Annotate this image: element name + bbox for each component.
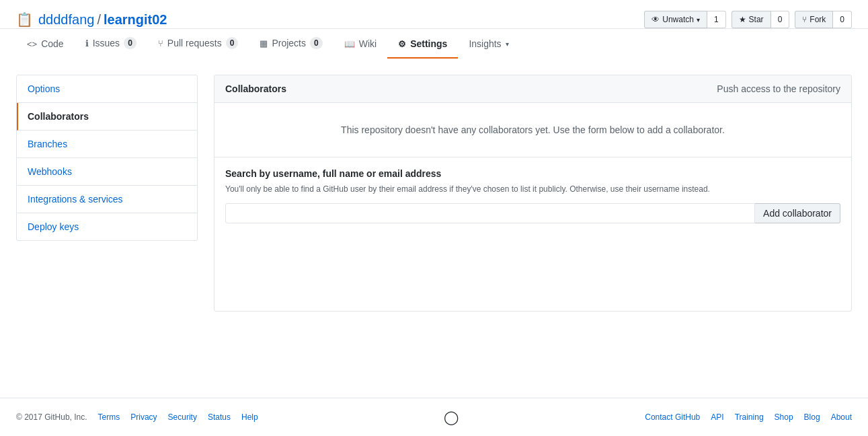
repo-actions: 👁 Unwatch ▾ 1 ★ Star 0 ⑂ Fork 0 (639, 11, 852, 28)
empty-state: This repository doesn't have any collabo… (214, 103, 851, 157)
insights-chevron-icon: ▾ (506, 40, 509, 48)
tab-wiki-label: Wiki (359, 38, 377, 49)
panel-subtitle: Push access to the repository (717, 83, 840, 94)
tab-code[interactable]: <> Code (16, 30, 75, 59)
footer-link-contact-github[interactable]: Contact GitHub (645, 412, 700, 422)
spacer (0, 328, 868, 398)
footer: © 2017 GitHub, Inc. Terms Privacy Securi… (0, 398, 868, 436)
repo-icon: 📋 (16, 11, 33, 28)
fork-count: 0 (833, 11, 852, 28)
tab-code-label: Code (41, 38, 63, 49)
fork-group: ⑂ Fork 0 (795, 11, 852, 28)
projects-badge: 0 (310, 37, 323, 49)
watch-label: Unwatch (662, 15, 694, 24)
projects-icon: ▦ (260, 38, 268, 48)
star-count: 0 (771, 11, 790, 28)
footer-link-blog[interactable]: Blog (804, 412, 820, 422)
panel-header: Collaborators Push access to the reposit… (214, 75, 851, 103)
issues-icon: ℹ (85, 38, 89, 48)
footer-link-help[interactable]: Help (241, 412, 258, 422)
tab-projects[interactable]: ▦ Projects 0 (249, 29, 333, 59)
footer-link-security[interactable]: Security (168, 412, 197, 422)
star-icon: ★ (739, 15, 746, 24)
add-collaborator-button[interactable]: Add collaborator (755, 203, 840, 223)
footer-link-privacy[interactable]: Privacy (130, 412, 157, 422)
footer-link-terms[interactable]: Terms (98, 412, 120, 422)
footer-link-training[interactable]: Training (735, 412, 764, 422)
star-label: Star (749, 15, 764, 24)
pull-requests-badge: 0 (226, 37, 239, 49)
watch-icon: 👁 (652, 15, 660, 24)
repo-separator: / (97, 12, 101, 28)
tab-settings-label: Settings (410, 38, 447, 49)
tab-settings[interactable]: ⚙ Settings (387, 30, 458, 59)
tab-wiki[interactable]: 📖 Wiki (333, 30, 387, 59)
fork-icon: ⑂ (802, 15, 807, 24)
tab-issues[interactable]: ℹ Issues 0 (75, 29, 147, 59)
copyright: © 2017 GitHub, Inc. (16, 412, 87, 422)
github-logo-icon: ◯ (444, 409, 459, 425)
issues-badge: 0 (124, 37, 136, 49)
watch-count: 1 (707, 11, 726, 28)
footer-link-about[interactable]: About (831, 412, 852, 422)
panel-title: Collaborators (225, 83, 286, 94)
tab-pull-requests[interactable]: ⑂ Pull requests 0 (147, 29, 249, 59)
settings-sidebar: Options Collaborators Branches Webhooks … (16, 75, 198, 241)
collaborators-panel: Collaborators Push access to the reposit… (214, 75, 852, 312)
code-icon: <> (27, 39, 37, 49)
sidebar-item-options[interactable]: Options (17, 75, 197, 103)
sidebar-item-integrations[interactable]: Integrations & services (17, 186, 197, 213)
search-row: Add collaborator (225, 203, 840, 223)
collaborator-search-input[interactable] (225, 203, 755, 223)
repo-header: 📋 ddddfang / learngit02 👁 Unwatch ▾ 1 ★ … (0, 0, 868, 29)
footer-link-shop[interactable]: Shop (775, 412, 793, 422)
sidebar-item-collaborators[interactable]: Collaborators (17, 103, 197, 131)
footer-link-status[interactable]: Status (208, 412, 231, 422)
star-group: ★ Star 0 (732, 11, 790, 28)
repo-owner-link[interactable]: ddddfang (38, 12, 94, 28)
watch-chevron-icon: ▾ (697, 16, 700, 24)
search-label: Search by username, full name or email a… (225, 168, 840, 179)
settings-icon: ⚙ (398, 39, 406, 49)
search-section: Search by username, full name or email a… (214, 157, 851, 234)
footer-link-api[interactable]: API (711, 412, 723, 422)
tab-issues-label: Issues (93, 38, 120, 48)
wiki-icon: 📖 (344, 39, 355, 49)
repo-name-link[interactable]: learngit02 (104, 12, 167, 28)
search-description: You'll only be able to find a GitHub use… (225, 183, 840, 195)
tab-pull-requests-label: Pull requests (167, 38, 222, 48)
watch-button[interactable]: 👁 Unwatch ▾ (644, 11, 707, 28)
repo-title: 📋 ddddfang / learngit02 (16, 11, 167, 28)
footer-right: Contact GitHub API Training Shop Blog Ab… (645, 412, 852, 422)
footer-center: ◯ (444, 409, 459, 425)
sidebar-item-webhooks[interactable]: Webhooks (17, 158, 197, 186)
tab-insights-label: Insights (469, 38, 501, 49)
sidebar-item-branches[interactable]: Branches (17, 131, 197, 158)
tab-insights[interactable]: Insights ▾ (458, 30, 519, 59)
sidebar-item-deploy-keys[interactable]: Deploy keys (17, 213, 197, 240)
tab-projects-label: Projects (272, 38, 306, 48)
pull-requests-icon: ⑂ (158, 38, 163, 48)
fork-button[interactable]: ⑂ Fork (795, 11, 833, 28)
watch-group: 👁 Unwatch ▾ 1 (644, 11, 725, 28)
footer-left: © 2017 GitHub, Inc. Terms Privacy Securi… (16, 412, 258, 422)
star-button[interactable]: ★ Star (732, 11, 771, 28)
repo-nav: <> Code ℹ Issues 0 ⑂ Pull requests 0 ▦ P… (0, 29, 868, 59)
empty-state-message: This repository doesn't have any collabo… (341, 124, 725, 135)
fork-label: Fork (810, 15, 826, 24)
main-content: Options Collaborators Branches Webhooks … (0, 59, 868, 328)
